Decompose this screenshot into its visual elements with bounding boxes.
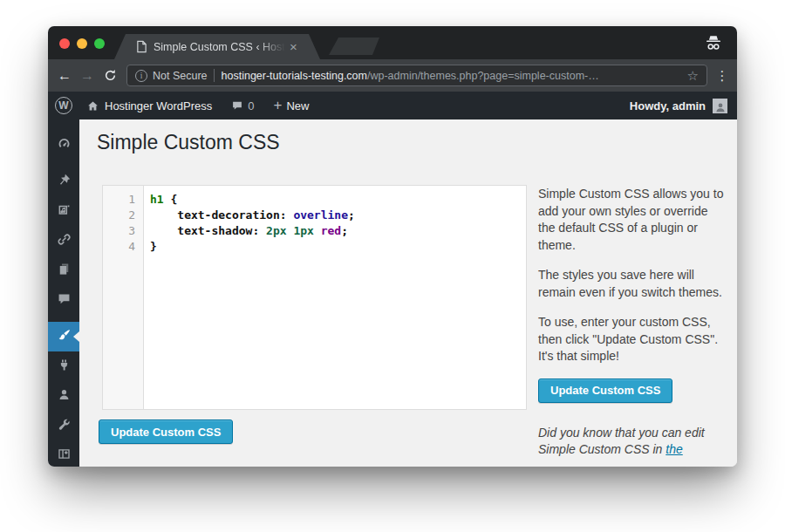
security-label: Not Secure — [153, 70, 208, 82]
bookmark-star-icon[interactable]: ☆ — [682, 68, 699, 84]
help-paragraph-3: To use, enter your custom CSS, then clic… — [538, 314, 737, 365]
sidebar-item-dashboard[interactable] — [48, 130, 79, 160]
admin-bar-comments[interactable]: 0 — [231, 99, 254, 113]
sidebar-item-pages[interactable] — [48, 256, 79, 285]
window-zoom-button[interactable] — [94, 38, 105, 49]
wp-sidebar-menu — [48, 119, 79, 467]
note-link[interactable]: the — [666, 442, 682, 456]
avatar — [713, 99, 727, 113]
appearance-brush-icon — [57, 328, 72, 346]
admin-bar-new[interactable]: + New — [274, 99, 310, 113]
window-close-button[interactable] — [59, 38, 70, 49]
comments-icon — [57, 291, 72, 310]
wordpress-logo-icon[interactable]: W — [55, 97, 72, 114]
links-chain-icon — [57, 232, 72, 250]
sidebar-separator — [48, 160, 79, 167]
update-custom-css-side-button[interactable]: Update Custom CSS — [538, 379, 672, 403]
address-bar[interactable]: i Not Secure hostinger-tutorials-testing… — [126, 65, 707, 86]
reload-button[interactable] — [99, 65, 121, 87]
note-line-1: Did you know that you can edit — [538, 426, 705, 440]
settings-sliders-icon — [57, 447, 72, 465]
back-button[interactable]: ← — [53, 65, 76, 87]
page-title: Simple Custom CSS — [97, 131, 280, 154]
browser-tab-bar: Simple Custom CSS ‹ Hostinge × — [48, 26, 737, 59]
tab-title: Simple Custom CSS ‹ Hostinge — [154, 41, 288, 53]
comments-count: 0 — [248, 99, 254, 113]
wp-content-area: Simple Custom CSS 1234 h1 { text-decorat… — [79, 119, 737, 467]
admin-bar-account[interactable]: Howdy, admin — [630, 99, 737, 113]
forward-button[interactable]: → — [76, 65, 99, 87]
help-paragraph-1: Simple Custom CSS allows you to add your… — [538, 186, 737, 254]
tab-close-icon[interactable]: × — [290, 40, 297, 53]
new-tab-button[interactable] — [329, 38, 379, 55]
browser-menu-icon[interactable]: ⋮ — [714, 68, 730, 84]
sidebar-item-appearance[interactable] — [48, 322, 79, 351]
admin-bar-site-link[interactable]: Hostinger WordPress — [86, 99, 212, 113]
dashboard-gauge-icon — [57, 136, 72, 154]
pages-icon — [57, 262, 72, 280]
sidebar-item-plugins[interactable] — [48, 351, 79, 381]
browser-toolbar: ← → i Not Secure hostinger-tutorials-tes… — [48, 59, 737, 92]
browser-tab[interactable]: Simple Custom CSS ‹ Hostinge × — [114, 34, 320, 59]
users-person-icon — [57, 387, 72, 406]
sidebar-item-posts[interactable] — [48, 167, 79, 196]
css-code-editor[interactable]: 1234 h1 { text-decoration: overline; tex… — [102, 185, 527, 410]
page-favicon-icon — [136, 40, 147, 53]
tools-wrench-icon — [57, 417, 72, 435]
sidebar-item-settings[interactable] — [48, 440, 79, 467]
update-custom-css-button[interactable]: Update Custom CSS — [99, 419, 233, 444]
comments-bubble-icon — [231, 99, 243, 112]
window-controls — [59, 38, 105, 49]
page-info-icon[interactable]: i — [135, 70, 147, 82]
sidebar-item-tools[interactable] — [48, 411, 79, 440]
sidebar-separator — [48, 315, 79, 322]
url-domain: hostinger-tutorials-testing.com — [222, 70, 367, 82]
window-minimize-button[interactable] — [77, 38, 87, 49]
wp-body: Simple Custom CSS 1234 h1 { text-decorat… — [48, 119, 737, 467]
editor-tip-note: Did you know that you can edit Simple Cu… — [538, 425, 737, 459]
wp-admin-bar: W Hostinger WordPress 0 + New Howdy, adm… — [48, 92, 737, 119]
incognito-icon — [703, 35, 724, 55]
browser-window: Simple Custom CSS ‹ Hostinge × ← → i Not… — [48, 26, 737, 467]
help-paragraph-2: The styles you save here will remain eve… — [538, 267, 737, 301]
posts-pin-icon — [57, 173, 72, 191]
editor-line-number-gutter: 1234 — [103, 186, 144, 409]
sidebar-item-users[interactable] — [48, 381, 79, 411]
url-divider — [214, 69, 215, 82]
sidebar-item-comments[interactable] — [48, 285, 79, 315]
home-icon — [86, 99, 99, 113]
site-name: Hostinger WordPress — [105, 99, 212, 113]
sidebar-item-links[interactable] — [48, 226, 79, 256]
help-sidebar: Simple Custom CSS allows you to add your… — [538, 186, 737, 459]
howdy-greeting: Howdy, admin — [630, 99, 706, 113]
plus-icon: + — [274, 99, 283, 112]
note-line-2: Simple Custom CSS in — [538, 442, 666, 456]
url-path: /wp-admin/themes.php?page=simple-custom-… — [367, 70, 599, 82]
media-icon — [57, 202, 72, 221]
editor-code-lines: h1 { text-decoration: overline; text-sha… — [144, 186, 355, 409]
sidebar-item-media[interactable] — [48, 196, 79, 226]
new-label: New — [286, 99, 309, 113]
plugins-plug-icon — [57, 358, 72, 376]
